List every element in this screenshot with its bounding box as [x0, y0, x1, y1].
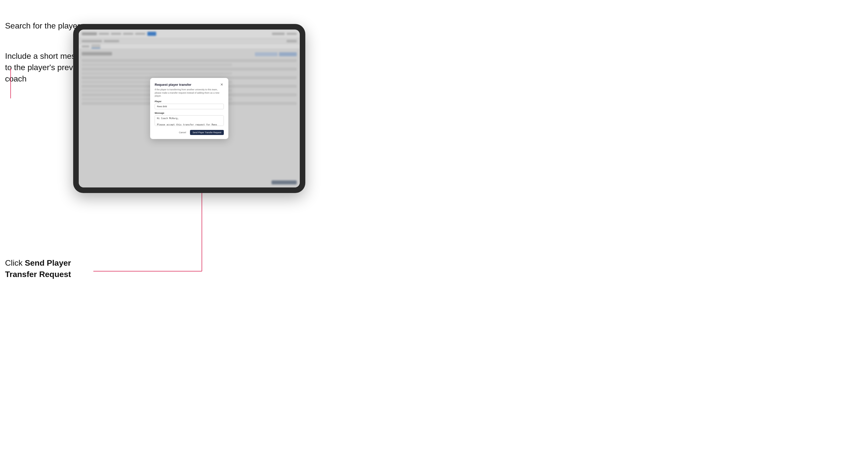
annotation-search: Search for the player.	[5, 20, 82, 32]
modal-header: Request player transfer ✕	[155, 83, 224, 87]
message-textarea[interactable]: Hi Coach McHarg, Please accept this tran…	[155, 115, 224, 126]
send-transfer-request-button[interactable]: Send Player Transfer Request	[190, 130, 224, 135]
player-label: Player	[155, 100, 224, 103]
tablet-device: Request player transfer ✕ If the player …	[73, 24, 305, 193]
modal-description: If the player is transferring from anoth…	[155, 88, 224, 98]
modal-footer: Cancel Send Player Transfer Request	[155, 130, 224, 135]
message-label: Message	[155, 112, 224, 114]
cancel-button[interactable]: Cancel	[177, 130, 188, 135]
annotation-click: Click Send Player Transfer Request	[5, 257, 93, 280]
modal-title: Request player transfer	[155, 83, 191, 87]
request-transfer-modal: Request player transfer ✕ If the player …	[150, 78, 228, 139]
modal-close-button[interactable]: ✕	[220, 83, 224, 87]
player-input[interactable]	[155, 104, 224, 109]
tablet-screen: Request player transfer ✕ If the player …	[79, 30, 300, 187]
modal-overlay: Request player transfer ✕ If the player …	[79, 30, 300, 187]
